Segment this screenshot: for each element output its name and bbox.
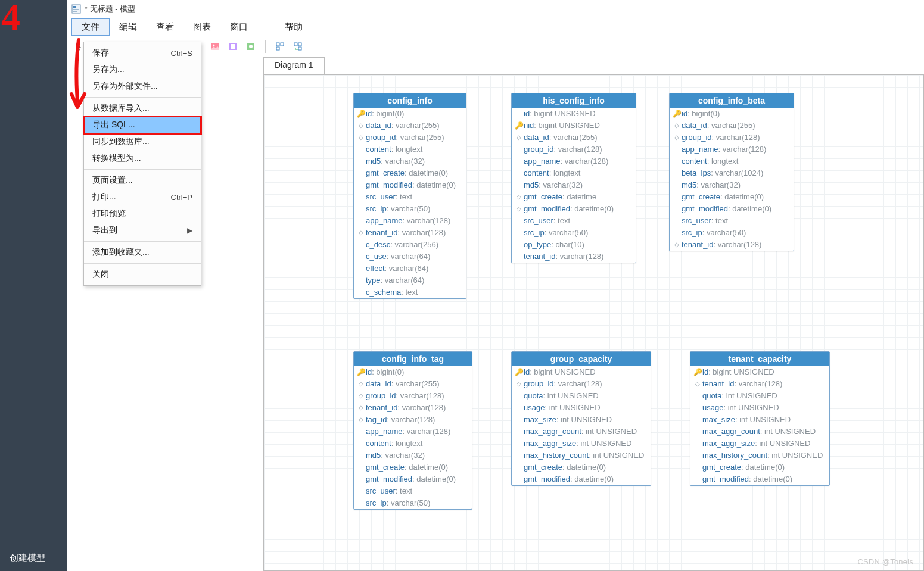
entity-column[interactable]: gmt_modified: datetime(0) — [512, 473, 651, 485]
menu-item[interactable]: 页面设置... — [84, 172, 201, 189]
entity-column[interactable]: max_size: int UNSIGNED — [690, 414, 829, 426]
menu-item[interactable]: 保存Ctrl+S — [84, 45, 201, 61]
entity-column[interactable]: usage: int UNSIGNED — [512, 402, 651, 414]
entity-column[interactable]: src_user: text — [354, 485, 472, 497]
entity-column[interactable]: src_ip: varchar(50) — [354, 203, 466, 215]
entity-column[interactable]: c_desc: varchar(256) — [354, 239, 466, 251]
diagram-tab[interactable]: Diagram 1 — [263, 57, 325, 75]
entity-column[interactable]: md5: varchar(32) — [670, 179, 794, 191]
entity-column[interactable]: group_id: varchar(128) — [512, 143, 636, 155]
menu-item[interactable]: 导出 SQL... — [84, 117, 201, 133]
menu-item[interactable]: 打印预览 — [84, 205, 201, 222]
entity-column[interactable]: ◇gmt_modified: datetime(0) — [512, 203, 636, 215]
entity-column[interactable]: ◇group_id: varchar(255) — [354, 132, 466, 143]
tool-autoarr2-icon[interactable] — [291, 39, 305, 54]
menu-window[interactable]: 窗口 — [220, 19, 257, 35]
entity-column[interactable]: ◇tenant_id: varchar(128) — [690, 378, 829, 390]
entity-column[interactable]: max_aggr_size: int UNSIGNED — [512, 438, 651, 450]
entity-column[interactable]: md5: varchar(32) — [354, 155, 466, 167]
entity-column[interactable]: src_ip: varchar(50) — [512, 227, 636, 239]
entity-table[interactable]: config_info_tag🔑id: bigint(0)◇data_id: v… — [353, 351, 472, 510]
entity-column[interactable]: ◇data_id: varchar(255) — [354, 378, 472, 390]
entity-column[interactable]: ◇group_id: varchar(128) — [354, 390, 472, 402]
entity-column[interactable]: ◇gmt_create: datetime — [512, 191, 636, 203]
entity-column[interactable]: ◇data_id: varchar(255) — [512, 132, 636, 143]
entity-column[interactable]: content: longtext — [512, 167, 636, 179]
entity-column[interactable]: ◇data_id: varchar(255) — [670, 120, 794, 132]
menu-item[interactable]: 另存为... — [84, 61, 201, 78]
entity-column[interactable]: max_size: int UNSIGNED — [512, 414, 651, 426]
entity-column[interactable]: 🔑id: bigint(0) — [354, 366, 472, 378]
entity-column[interactable]: content: longtext — [670, 155, 794, 167]
entity-column[interactable]: 🔑id: bigint(0) — [670, 108, 794, 120]
entity-column[interactable]: ◇data_id: varchar(255) — [354, 120, 466, 132]
entity-column[interactable]: tenant_id: varchar(128) — [512, 251, 636, 263]
entity-column[interactable]: ◇tenant_id: varchar(128) — [354, 402, 472, 414]
entity-column[interactable]: app_name: varchar(128) — [512, 155, 636, 167]
entity-column[interactable]: app_name: varchar(128) — [670, 143, 794, 155]
entity-table[interactable]: config_info_beta🔑id: bigint(0)◇data_id: … — [669, 93, 794, 251]
entity-column[interactable]: gmt_modified: datetime(0) — [354, 179, 466, 191]
entity-column[interactable]: type: varchar(64) — [354, 274, 466, 286]
entity-table[interactable]: config_info🔑id: bigint(0)◇data_id: varch… — [353, 93, 466, 299]
menu-item[interactable]: 同步到数据库... — [84, 133, 201, 150]
entity-column[interactable]: max_aggr_count: int UNSIGNED — [512, 426, 651, 438]
entity-column[interactable]: gmt_modified: datetime(0) — [670, 203, 794, 215]
entity-column[interactable]: 🔑id: bigint UNSIGNED — [690, 366, 829, 378]
entity-table[interactable]: group_capacity🔑id: bigint UNSIGNED◇group… — [511, 351, 651, 486]
tool-shape-icon[interactable] — [244, 39, 258, 54]
entity-table[interactable]: tenant_capacity🔑id: bigint UNSIGNED◇tena… — [690, 351, 830, 486]
entity-column[interactable]: gmt_modified: datetime(0) — [690, 473, 829, 485]
entity-column[interactable]: 🔑id: bigint(0) — [354, 108, 466, 120]
entity-column[interactable]: app_name: varchar(128) — [354, 215, 466, 227]
entity-column[interactable]: ◇tenant_id: varchar(128) — [354, 227, 466, 239]
menu-item[interactable]: 打印...Ctrl+P — [84, 189, 201, 205]
entity-column[interactable]: src_user: text — [512, 215, 636, 227]
entity-column[interactable]: c_schema: text — [354, 286, 466, 298]
entity-column[interactable]: app_name: varchar(128) — [354, 426, 472, 438]
entity-column[interactable]: usage: int UNSIGNED — [690, 402, 829, 414]
entity-column[interactable]: gmt_create: datetime(0) — [354, 167, 466, 179]
tool-layer-icon[interactable] — [226, 39, 240, 54]
tool-image-icon[interactable] — [208, 39, 222, 54]
entity-column[interactable]: beta_ips: varchar(1024) — [670, 167, 794, 179]
entity-column[interactable]: quota: int UNSIGNED — [512, 390, 651, 402]
entity-column[interactable]: src_user: text — [354, 191, 466, 203]
entity-column[interactable]: ◇group_id: varchar(128) — [670, 132, 794, 143]
entity-column[interactable]: content: longtext — [354, 438, 472, 450]
menu-item[interactable]: 转换模型为... — [84, 150, 201, 167]
menu-view[interactable]: 查看 — [147, 19, 183, 35]
entity-column[interactable]: max_aggr_size: int UNSIGNED — [690, 438, 829, 450]
entity-column[interactable]: md5: varchar(32) — [512, 179, 636, 191]
entity-column[interactable]: id: bigint UNSIGNED — [512, 108, 636, 120]
entity-table[interactable]: his_config_infoid: bigint UNSIGNED🔑nid: … — [511, 93, 636, 263]
entity-column[interactable]: gmt_create: datetime(0) — [690, 461, 829, 473]
entity-column[interactable]: max_history_count: int UNSIGNED — [690, 450, 829, 461]
menu-diagram[interactable]: 图表 — [183, 19, 220, 35]
entity-column[interactable]: gmt_modified: datetime(0) — [354, 473, 472, 485]
entity-column[interactable]: md5: varchar(32) — [354, 450, 472, 461]
entity-column[interactable]: max_aggr_count: int UNSIGNED — [690, 426, 829, 438]
entity-column[interactable]: src_ip: varchar(50) — [354, 497, 472, 509]
entity-column[interactable]: ◇tag_id: varchar(128) — [354, 414, 472, 426]
entity-column[interactable]: ◇group_id: varchar(128) — [512, 378, 651, 390]
create-model-label[interactable]: 创建模型 — [10, 553, 45, 564]
entity-column[interactable]: src_ip: varchar(50) — [670, 227, 794, 239]
entity-column[interactable]: 🔑id: bigint UNSIGNED — [512, 366, 651, 378]
menu-item[interactable]: 另存为外部文件... — [84, 78, 201, 95]
entity-column[interactable]: content: longtext — [354, 143, 466, 155]
tool-autoarr1-icon[interactable] — [273, 39, 287, 54]
entity-column[interactable]: quota: int UNSIGNED — [690, 390, 829, 402]
menu-file[interactable]: 文件 — [71, 18, 110, 36]
entity-column[interactable]: gmt_create: datetime(0) — [354, 461, 472, 473]
entity-column[interactable]: 🔑nid: bigint UNSIGNED — [512, 120, 636, 132]
entity-column[interactable]: max_history_count: int UNSIGNED — [512, 450, 651, 461]
menu-item[interactable]: 关闭 — [84, 266, 201, 283]
entity-column[interactable]: src_user: text — [670, 215, 794, 227]
menu-help[interactable]: 帮助 — [275, 19, 312, 35]
entity-column[interactable]: c_use: varchar(64) — [354, 251, 466, 263]
entity-column[interactable]: effect: varchar(64) — [354, 263, 466, 274]
entity-column[interactable]: gmt_create: datetime(0) — [670, 191, 794, 203]
entity-column[interactable]: gmt_create: datetime(0) — [512, 461, 651, 473]
entity-column[interactable]: ◇tenant_id: varchar(128) — [670, 239, 794, 251]
